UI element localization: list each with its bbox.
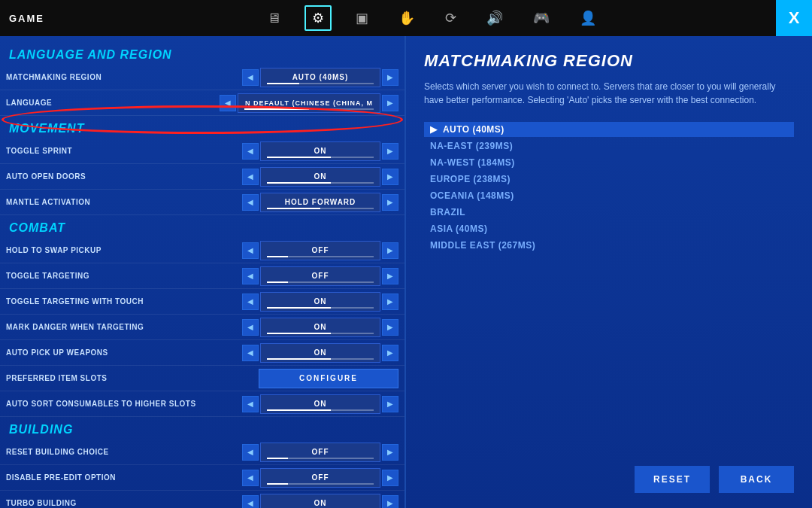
region-item-oceania[interactable]: OCEANIA (148MS): [424, 188, 794, 203]
region-list: ▶ AUTO (40MS) NA-EAST (239MS) NA-WEST (1…: [424, 122, 794, 253]
disable-pre-edit-right[interactable]: ▶: [382, 470, 398, 486]
toggle-sprint-control: ◀ ON ▶: [242, 141, 398, 161]
hold-to-swap-right[interactable]: ▶: [382, 242, 398, 259]
region-item-na-east[interactable]: NA-EAST (239MS): [424, 138, 794, 154]
back-button[interactable]: BACK: [719, 466, 794, 493]
language-control: ◀ N DEFAULT (CHINESE (CHINA, M ▶: [220, 93, 398, 113]
right-panel-title: MATCHMAKING REGION: [424, 51, 794, 71]
turbo-building-left[interactable]: ◀: [242, 495, 259, 509]
configure-button[interactable]: CONFIGURE: [259, 369, 398, 388]
toggle-sprint-right[interactable]: ▶: [382, 143, 398, 160]
speaker-icon[interactable]: 🔊: [480, 7, 509, 29]
disable-pre-edit-left[interactable]: ◀: [242, 470, 259, 486]
label-auto-open-doors: AUTO OPEN DOORS: [6, 172, 242, 181]
reset-building-left[interactable]: ◀: [242, 444, 259, 461]
section-header-movement: MOVEMENT: [0, 116, 404, 138]
auto-sort-right[interactable]: ▶: [382, 396, 398, 412]
label-toggle-targeting: TOGGLE TARGETING: [6, 272, 242, 280]
setting-row-language: LANGUAGE ◀ N DEFAULT (CHINESE (CHINA, M …: [0, 90, 404, 116]
language-right-arrow[interactable]: ▶: [382, 95, 398, 111]
controller-outline-icon[interactable]: ⟳: [439, 7, 462, 29]
setting-row-hold-to-swap: HOLD TO SWAP PICKUP ◀ OFF ▶: [0, 238, 404, 263]
gear-icon[interactable]: ⚙: [304, 5, 332, 31]
mantle-activation-left[interactable]: ◀: [242, 194, 259, 211]
mantle-activation-right[interactable]: ▶: [382, 194, 398, 211]
bottom-buttons: RESET BACK: [424, 466, 794, 493]
auto-sort-left[interactable]: ◀: [242, 396, 259, 412]
hand-icon[interactable]: ✋: [392, 7, 421, 29]
region-item-middle-east[interactable]: MIDDLE EAST (267MS): [424, 238, 794, 253]
auto-pickup-value: ON: [260, 343, 380, 363]
setting-row-turbo-building: TURBO BUILDING ◀ ON ▶: [0, 491, 404, 508]
mantle-activation-control: ◀ HOLD FORWARD ▶: [242, 193, 398, 212]
reset-building-right[interactable]: ▶: [382, 444, 398, 461]
left-panel: LANGUAGE AND REGION MATCHMAKING REGION ◀…: [0, 36, 406, 508]
toggle-sprint-left[interactable]: ◀: [242, 143, 259, 160]
top-bar-icons: 🖥 ⚙ ▣ ✋ ⟳ 🔊 🎮 👤: [59, 5, 803, 31]
auto-open-doors-left[interactable]: ◀: [242, 169, 259, 185]
auto-open-doors-right[interactable]: ▶: [382, 169, 398, 185]
toggle-targeting-control: ◀ OFF ▶: [242, 266, 398, 286]
page-title: GAME: [9, 13, 44, 24]
region-item-na-west[interactable]: NA-WEST (184MS): [424, 155, 794, 170]
label-toggle-sprint: TOGGLE SPRINT: [6, 147, 242, 155]
hold-to-swap-value: OFF: [260, 241, 380, 260]
reset-building-control: ◀ OFF ▶: [242, 443, 398, 462]
setting-row-preferred-slots: PREFERRED ITEM SLOTS CONFIGURE: [0, 366, 404, 391]
label-mantle-activation: MANTLE ACTIVATION: [6, 198, 242, 206]
toggle-targeting-right[interactable]: ▶: [382, 268, 398, 284]
region-item-europe[interactable]: EUROPE (238MS): [424, 172, 794, 187]
language-left-arrow[interactable]: ◀: [220, 95, 236, 111]
label-auto-pickup: AUTO PICK UP WEAPONS: [6, 348, 242, 357]
setting-row-reset-building: RESET BUILDING CHOICE ◀ OFF ▶: [0, 440, 404, 465]
reset-button[interactable]: RESET: [635, 466, 710, 493]
matchmaking-left-arrow[interactable]: ◀: [242, 69, 259, 86]
setting-label-matchmaking: MATCHMAKING REGION: [6, 73, 242, 81]
main-content: LANGUAGE AND REGION MATCHMAKING REGION ◀…: [0, 36, 812, 508]
label-auto-sort: AUTO SORT CONSUMABLES TO HIGHER SLOTS: [6, 400, 242, 408]
label-preferred-slots: PREFERRED ITEM SLOTS: [6, 374, 259, 382]
section-header-language: LANGUAGE AND REGION: [0, 42, 404, 65]
region-item-brazil[interactable]: BRAZIL: [424, 205, 794, 220]
display-icon[interactable]: ▣: [350, 7, 374, 29]
gamepad-icon[interactable]: 🎮: [527, 7, 556, 29]
right-panel: MATCHMAKING REGION Selects which server …: [406, 36, 812, 508]
label-reset-building: RESET BUILDING CHOICE: [6, 448, 242, 456]
section-header-combat: COMBAT: [0, 215, 404, 238]
label-disable-pre-edit: DISABLE PRE-EDIT OPTION: [6, 473, 242, 482]
toggle-sprint-value: ON: [260, 141, 380, 161]
person-icon[interactable]: 👤: [574, 7, 602, 29]
region-item-asia[interactable]: ASIA (40MS): [424, 221, 794, 236]
monitor-icon[interactable]: 🖥: [261, 8, 286, 29]
turbo-building-control: ◀ ON ▶: [242, 494, 398, 509]
hold-to-swap-control: ◀ OFF ▶: [242, 241, 398, 260]
mark-danger-left[interactable]: ◀: [242, 319, 259, 336]
toggle-targeting-left[interactable]: ◀: [242, 268, 259, 284]
toggle-targeting-touch-left[interactable]: ◀: [242, 294, 259, 310]
label-hold-to-swap: HOLD TO SWAP PICKUP: [6, 246, 242, 254]
setting-row-toggle-targeting-touch: TOGGLE TARGETING WITH TOUCH ◀ ON ▶: [0, 289, 404, 315]
turbo-building-right[interactable]: ▶: [382, 495, 398, 509]
mark-danger-right[interactable]: ▶: [382, 319, 398, 336]
auto-pickup-control: ◀ ON ▶: [242, 343, 398, 363]
region-item-auto[interactable]: ▶ AUTO (40MS): [424, 122, 794, 137]
toggle-targeting-touch-value: ON: [260, 292, 380, 312]
setting-row-auto-sort: AUTO SORT CONSUMABLES TO HIGHER SLOTS ◀ …: [0, 391, 404, 417]
hold-to-swap-left[interactable]: ◀: [242, 242, 259, 259]
label-turbo-building: TURBO BUILDING: [6, 499, 242, 507]
auto-sort-control: ◀ ON ▶: [242, 394, 398, 414]
setting-row-mark-danger: MARK DANGER WHEN TARGETING ◀ ON ▶: [0, 315, 404, 340]
setting-row-auto-open-doors: AUTO OPEN DOORS ◀ ON ▶: [0, 164, 404, 190]
mantle-activation-value: HOLD FORWARD: [260, 193, 380, 212]
label-toggle-targeting-touch: TOGGLE TARGETING WITH TOUCH: [6, 297, 242, 306]
setting-row-toggle-sprint: TOGGLE SPRINT ◀ ON ▶: [0, 138, 404, 164]
setting-row-disable-pre-edit: DISABLE PRE-EDIT OPTION ◀ OFF ▶: [0, 465, 404, 491]
toggle-targeting-touch-right[interactable]: ▶: [382, 294, 398, 310]
section-header-building: BUILDING: [0, 417, 404, 440]
matchmaking-control: ◀ AUTO (40MS) ▶: [242, 68, 398, 87]
close-button[interactable]: X: [776, 0, 812, 36]
auto-pickup-left[interactable]: ◀: [242, 345, 259, 361]
auto-pickup-right[interactable]: ▶: [382, 345, 398, 361]
matchmaking-right-arrow[interactable]: ▶: [382, 69, 398, 86]
top-bar: GAME 🖥 ⚙ ▣ ✋ ⟳ 🔊 🎮 👤 X: [0, 0, 812, 36]
